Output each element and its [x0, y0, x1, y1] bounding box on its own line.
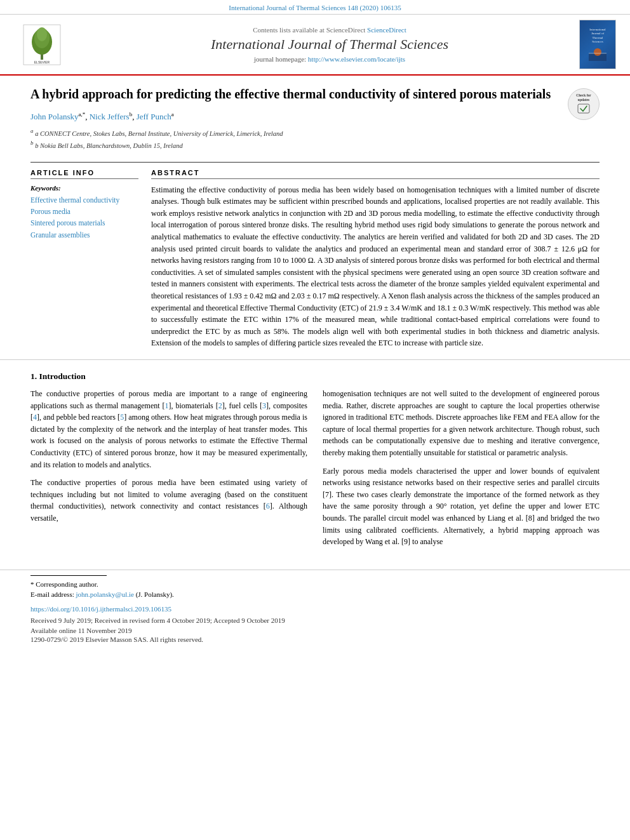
svg-rect-10 [578, 104, 589, 113]
author-jeffers[interactable]: Nick Jeffers [90, 112, 130, 121]
ref-4[interactable]: 4 [33, 413, 37, 422]
journal-homepage-link[interactable]: http://www.elsevier.com/locate/ijts [308, 55, 405, 63]
copyright-line: 1290-0729/© 2019 Elsevier Masson SAS. Al… [30, 636, 600, 643]
intro-para-1: The conductive properties of porous medi… [30, 388, 307, 470]
journal-cover-image: InternationalJournal ofThermalSciences [579, 20, 616, 69]
body-two-col: 1. Introduction The conductive propertie… [30, 365, 600, 554]
keyword-list: Effective thermal conductivity Porous me… [30, 194, 138, 241]
body-left-column: 1. Introduction The conductive propertie… [30, 365, 307, 554]
keyword-item: Granular assemblies [30, 229, 138, 241]
ref-2[interactable]: 2 [218, 401, 222, 410]
abstract-text: Estimating the effective conductivity of… [151, 184, 600, 349]
affiliations: a a CONNECT Centre, Stokes Labs, Bernal … [30, 127, 600, 150]
svg-point-5 [37, 27, 47, 41]
received-line: Received 9 July 2019; Received in revise… [30, 617, 600, 624]
footnote-divider [30, 575, 107, 576]
journal-center: Contents lists available at ScienceDirec… [84, 20, 575, 69]
ref-6[interactable]: 6 [266, 502, 270, 510]
article-info-abstract-section: ARTICLE INFO Keywords: Effective thermal… [30, 162, 600, 349]
article-info-label: ARTICLE INFO [30, 169, 138, 179]
ref-3[interactable]: 3 [262, 401, 266, 410]
email-line: E-mail address: john.polansky@ul.ie (J. … [30, 589, 600, 600]
check-updates-line1: Check for [576, 93, 591, 98]
elsevier-tree-icon: ELSEVIER [23, 24, 61, 65]
svg-text:ELSEVIER: ELSEVIER [34, 60, 50, 64]
journal-thumbnail: InternationalJournal ofThermalSciences [575, 20, 620, 69]
affiliation-b: b b Nokia Bell Labs, Blanchardstown, Dub… [30, 139, 600, 150]
check-badge-circle: Check for updates [568, 88, 600, 120]
check-updates-badge: Check for updates [568, 88, 600, 120]
body-content: 1. Introduction The conductive propertie… [0, 359, 630, 564]
authors-line: John Polanskya,*, Nick Jeffersb, Jeff Pu… [30, 111, 600, 122]
right-para-1: homogenisation techniques are not well s… [323, 388, 600, 459]
article-info-column: ARTICLE INFO Keywords: Effective thermal… [30, 169, 138, 349]
journal-homepage: journal homepage: http://www.elsevier.co… [254, 55, 405, 63]
doi-link[interactable]: https://doi.org/10.1016/j.ijthermalsci.2… [30, 605, 171, 613]
abstract-label: ABSTRACT [151, 169, 600, 179]
keywords-label: Keywords: [30, 184, 138, 192]
article-title: A hybrid approach for predicting the eff… [30, 86, 600, 102]
doi-line: https://doi.org/10.1016/j.ijthermalsci.2… [30, 604, 600, 615]
author-punch[interactable]: Jeff Punch [137, 112, 171, 121]
section-title-intro: 1. Introduction [30, 371, 307, 382]
journal-citation-bar: International Journal of Thermal Science… [0, 0, 630, 15]
journal-title: International Journal of Thermal Science… [211, 36, 448, 53]
keyword-item: Sintered porous materials [30, 217, 138, 229]
ref-5[interactable]: 5 [120, 413, 124, 422]
keyword-item: Effective thermal conductivity [30, 194, 138, 206]
check-updates-line2: updates [576, 98, 591, 102]
elsevier-logo: ELSEVIER [10, 20, 74, 69]
body-right-column: homogenisation techniques are not well s… [323, 365, 600, 554]
keyword-item: Porous media [30, 206, 138, 217]
footer-area: * Corresponding author. E-mail address: … [0, 570, 630, 649]
sciencedirect-link[interactable]: ScienceDirect [367, 26, 406, 34]
page: International Journal of Thermal Science… [0, 0, 630, 840]
svg-point-8 [594, 48, 601, 56]
author-email[interactable]: john.polansky@ul.ie [76, 590, 133, 598]
ref-1[interactable]: 1 [165, 401, 169, 410]
available-line: Available online 11 November 2019 [30, 627, 600, 634]
journal-citation: International Journal of Thermal Science… [229, 4, 401, 11]
intro-para-2: The conductive properties of porous medi… [30, 477, 307, 524]
abstract-column: ABSTRACT Estimating the effective conduc… [151, 169, 600, 349]
journal-header: ELSEVIER Contents lists available at Sci… [0, 15, 630, 76]
author-polansky[interactable]: John Polansky [30, 112, 78, 121]
affiliation-a: a a CONNECT Centre, Stokes Labs, Bernal … [30, 127, 600, 138]
sciencedirect-label: Contents lists available at ScienceDirec… [253, 26, 406, 34]
right-para-2: Early porous media models characterised … [323, 465, 600, 548]
article-area: Check for updates A hybrid approach for … [0, 76, 630, 359]
corresponding-author: * Corresponding author. [30, 579, 600, 590]
